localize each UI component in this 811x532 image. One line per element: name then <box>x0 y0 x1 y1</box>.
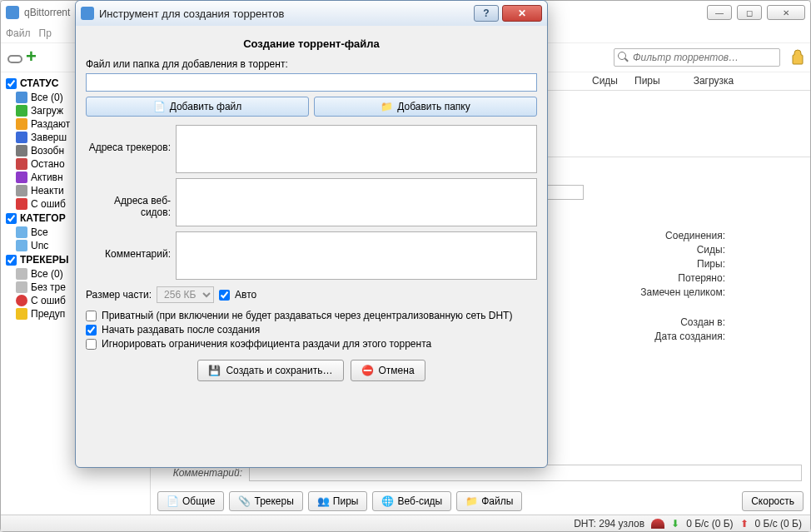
speedometer-icon[interactable] <box>651 519 664 529</box>
maximize-button[interactable]: ◻ <box>737 5 762 20</box>
save-icon: 💾 <box>208 365 221 376</box>
minimize-button[interactable]: — <box>707 5 732 20</box>
trackers-label: Адреса трекеров: <box>86 125 176 153</box>
tab-general[interactable]: 📄Общие <box>157 491 224 511</box>
private-label: Приватный (при включении не будет раздав… <box>102 310 512 321</box>
menu-edit[interactable]: Пр <box>39 27 52 39</box>
help-button[interactable]: ? <box>474 5 499 22</box>
seed-after-checkbox[interactable] <box>86 325 97 336</box>
folder-icon: 📁 <box>465 495 477 507</box>
ignore-ratio-checkbox[interactable] <box>86 339 97 350</box>
error-icon <box>16 295 27 306</box>
tab-peers[interactable]: 👥Пиры <box>308 491 368 511</box>
folder-icon <box>16 226 27 238</box>
file-icon: 📄 <box>153 101 165 112</box>
trackers-textarea[interactable] <box>176 125 537 173</box>
folder-icon <box>16 240 27 251</box>
col-peers[interactable]: Пиры <box>626 72 669 90</box>
trackers-toggle[interactable] <box>6 255 17 266</box>
filter-input[interactable] <box>633 52 776 63</box>
label-seeds: Сиды: <box>600 244 725 256</box>
filter-box[interactable] <box>614 48 780 67</box>
label-peers: Пиры: <box>600 258 725 270</box>
add-file-button[interactable]: 📄 Добавить файл <box>86 97 309 117</box>
down-speed: 0 Б/с (0 Б) <box>686 518 733 530</box>
categories-toggle[interactable] <box>6 213 17 224</box>
tab-speed[interactable]: Скорость <box>742 491 804 511</box>
auto-label: Авто <box>235 289 256 301</box>
menu-file[interactable]: Файл <box>6 27 31 39</box>
cancel-button[interactable]: ⛔ Отмена <box>351 360 425 381</box>
search-icon <box>618 52 629 63</box>
document-icon: 📄 <box>167 495 178 507</box>
label-create-date: Дата создания: <box>600 331 725 342</box>
seed-after-label: Начать раздавать после создания <box>102 324 260 336</box>
folder-icon: 📁 <box>381 101 392 112</box>
app-icon <box>81 7 94 20</box>
private-checkbox[interactable] <box>86 311 97 321</box>
comment-label: Комментарий: <box>159 467 242 479</box>
label-wasted: Потеряно: <box>600 272 725 284</box>
upload-icon: ⬆ <box>740 518 749 530</box>
label-connections: Соединения: <box>600 230 725 241</box>
path-input[interactable] <box>86 73 537 92</box>
create-save-button[interactable]: 💾 Создать и сохранить… <box>197 360 343 381</box>
webseeds-textarea[interactable] <box>176 178 537 226</box>
add-folder-button[interactable]: 📁 Добавить папку <box>314 97 537 117</box>
close-button[interactable]: ✕ <box>767 5 805 20</box>
globe-icon: 🌐 <box>381 495 393 507</box>
ignore-ratio-label: Игнорировать ограничения коэффициента ра… <box>102 338 431 350</box>
dialog-heading: Создание торрент-файла <box>86 37 537 50</box>
warning-icon <box>16 308 27 320</box>
path-label: Файл или папка для добавления в торрент: <box>86 58 537 70</box>
tabs-bar: 📄Общие 📎Трекеры 👥Пиры 🌐Веб-сиды 📁Файлы С… <box>151 488 810 515</box>
add-torrent-icon[interactable]: + <box>26 49 42 66</box>
col-download[interactable]: Загрузка <box>685 72 743 90</box>
tracker-icon: 📎 <box>238 495 250 507</box>
status-bar: DHT: 294 узлов ⬇ 0 Б/с (0 Б) ⬆ 0 Б/с (0 … <box>1 515 810 531</box>
download-icon: ⬇ <box>671 518 679 530</box>
create-torrent-dialog: Инструмент для создания торрентов ? ✕ Со… <box>75 0 548 468</box>
webseeds-label: Адреса веб-сидов: <box>86 178 176 218</box>
piece-label: Размер части: <box>86 289 152 301</box>
tab-trackers[interactable]: 📎Трекеры <box>229 491 302 511</box>
col-seeds[interactable]: Сиды <box>584 72 626 90</box>
dialog-titlebar[interactable]: Инструмент для создания торрентов ? ✕ <box>76 1 547 26</box>
dialog-title: Инструмент для создания торрентов <box>99 7 474 20</box>
label-seen: Замечен целиком: <box>600 286 725 298</box>
dht-status: DHT: 294 узлов <box>574 518 644 530</box>
comment-textarea[interactable] <box>176 231 537 280</box>
add-link-icon[interactable] <box>6 50 21 65</box>
lock-icon[interactable] <box>790 48 805 67</box>
dialog-close-button[interactable]: ✕ <box>502 5 542 22</box>
auto-checkbox[interactable] <box>219 290 230 301</box>
tab-files[interactable]: 📁Файлы <box>456 491 522 511</box>
comment-label: Комментарий: <box>86 231 176 260</box>
up-speed: 0 Б/с (0 Б) <box>755 518 802 530</box>
piece-size-select[interactable]: 256 КБ <box>157 286 214 303</box>
label-created-in: Создан в: <box>600 316 725 328</box>
status-toggle[interactable] <box>6 78 17 89</box>
app-icon <box>6 6 19 19</box>
tab-webseeds[interactable]: 🌐Веб-сиды <box>372 491 451 511</box>
peers-icon: 👥 <box>317 495 329 507</box>
cancel-icon: ⛔ <box>361 365 374 376</box>
